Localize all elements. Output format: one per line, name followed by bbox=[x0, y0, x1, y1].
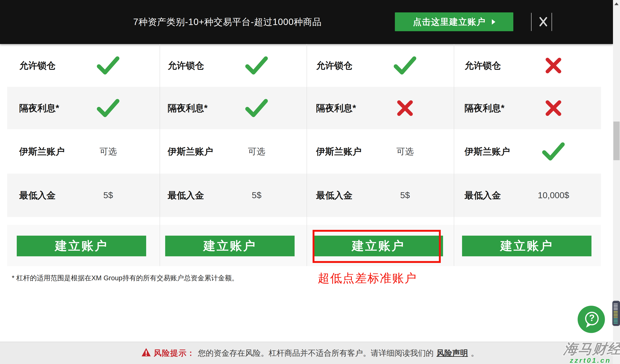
risk-footer: 风险提示： 您的资金存在风险。杠杆商品并不适合所有客户。请详细阅读我们的风险声明… bbox=[0, 342, 620, 364]
row-label: 最低入金 bbox=[465, 189, 501, 201]
row-label: 最低入金 bbox=[168, 189, 204, 201]
risk-warning-label: 风险提示： bbox=[154, 348, 195, 358]
check-icon bbox=[227, 98, 286, 118]
table-cell: 隔夜利息* bbox=[452, 87, 601, 129]
table-cell: 允许锁仓 bbox=[156, 44, 304, 87]
check-icon bbox=[524, 142, 583, 161]
button-slot: 建立账户 bbox=[7, 225, 156, 266]
row-label: 最低入金 bbox=[19, 189, 56, 201]
banner-divider-line bbox=[552, 13, 552, 31]
button-slot: 建立账户 bbox=[304, 225, 452, 266]
promo-banner: 7种资产类别-10+种交易平台-超过1000种商品 点击这里建立账户 bbox=[0, 0, 613, 44]
create-account-button[interactable]: 建立账户 bbox=[17, 236, 146, 256]
button-slot: 建立账户 bbox=[452, 225, 601, 266]
row-label: 允许锁仓 bbox=[168, 59, 204, 72]
table-cell: 隔夜利息* bbox=[304, 87, 452, 129]
table-cell: 隔夜利息* bbox=[7, 87, 156, 129]
cross-icon bbox=[524, 99, 583, 117]
account-table: 允许锁仓允许锁仓允许锁仓允许锁仓隔夜利息*隔夜利息*隔夜利息*隔夜利息*伊斯兰账… bbox=[7, 44, 601, 217]
create-account-button[interactable]: 建立账户 bbox=[314, 236, 443, 256]
risk-text: 您的资金存在风险。杠杆商品并不适合所有客户。请详细阅读我们的 bbox=[198, 348, 434, 358]
row-label: 隔夜利息* bbox=[465, 102, 504, 114]
row-label: 伊斯兰账户 bbox=[168, 145, 213, 157]
row-label: 伊斯兰账户 bbox=[465, 145, 510, 157]
table-row: 隔夜利息*隔夜利息*隔夜利息*隔夜利息* bbox=[7, 87, 601, 129]
cell-value: 5$ bbox=[375, 190, 435, 200]
row-label: 最低入金 bbox=[316, 189, 353, 201]
table-cell: 允许锁仓 bbox=[7, 44, 156, 87]
banner-divider-line bbox=[531, 13, 531, 31]
column-divider bbox=[307, 44, 307, 266]
cell-value: 可选 bbox=[375, 146, 435, 157]
table-cell: 伊斯兰账户可选 bbox=[304, 129, 452, 174]
check-icon bbox=[78, 98, 138, 118]
table-cell: 隔夜利息* bbox=[156, 87, 304, 129]
table-cell: 最低入金5$ bbox=[304, 174, 452, 217]
check-icon bbox=[78, 56, 138, 75]
banner-cta-label: 点击这里建立账户 bbox=[413, 16, 486, 28]
table-row: 允许锁仓允许锁仓允许锁仓允许锁仓 bbox=[7, 44, 601, 87]
handle-stripes-yellow bbox=[614, 311, 618, 318]
row-label: 隔夜利息* bbox=[316, 102, 356, 114]
help-button[interactable]: ? bbox=[577, 305, 605, 333]
column-divider bbox=[454, 44, 454, 266]
table-row: 伊斯兰账户可选伊斯兰账户可选伊斯兰账户可选伊斯兰账户 bbox=[7, 129, 601, 174]
check-icon bbox=[375, 56, 435, 75]
table-row: 最低入金5$最低入金5$最低入金5$最低入金10,000$ bbox=[7, 174, 601, 217]
play-arrow-icon bbox=[492, 19, 495, 25]
cross-icon bbox=[375, 99, 435, 117]
row-label: 隔夜利息* bbox=[168, 102, 208, 114]
scrollbar-thumb[interactable] bbox=[613, 121, 620, 160]
cell-value: 可选 bbox=[78, 146, 138, 157]
buttons-row: 建立账户建立账户建立账户建立账户 bbox=[7, 225, 601, 266]
handle-stripes-teal bbox=[614, 318, 618, 324]
risk-text-end: 。 bbox=[471, 348, 479, 358]
table-cell: 允许锁仓 bbox=[452, 44, 601, 87]
table-cell: 伊斯兰账户 bbox=[452, 129, 601, 174]
warning-icon bbox=[141, 348, 151, 358]
risk-statement-link[interactable]: 风险声明 bbox=[437, 348, 468, 358]
svg-text:?: ? bbox=[589, 313, 595, 323]
scroll-up-arrow-icon[interactable] bbox=[614, 2, 619, 5]
cell-value: 5$ bbox=[78, 190, 138, 200]
handle-stripes-white bbox=[614, 304, 618, 310]
table-cell: 允许锁仓 bbox=[304, 44, 452, 87]
promo-text: 7种资产类别-10+种交易平台-超过1000种商品 bbox=[124, 0, 331, 44]
sidebar-handle[interactable] bbox=[612, 301, 620, 326]
row-label: 伊斯兰账户 bbox=[19, 145, 65, 157]
check-icon bbox=[227, 56, 286, 75]
footnote: * 杠杆的适用范围是根据在XM Group持有的所有交易账户总资金累计金额。 bbox=[12, 273, 238, 283]
row-label: 允许锁仓 bbox=[316, 59, 353, 72]
page: 7种资产类别-10+种交易平台-超过1000种商品 点击这里建立账户 允许锁仓允… bbox=[0, 0, 620, 364]
row-label: 允许锁仓 bbox=[465, 59, 501, 72]
row-label: 伊斯兰账户 bbox=[316, 145, 362, 157]
table-cell: 伊斯兰账户可选 bbox=[156, 129, 304, 174]
create-account-button[interactable]: 建立账户 bbox=[462, 236, 591, 256]
table-cell: 最低入金10,000$ bbox=[452, 174, 601, 217]
table-cell: 最低入金5$ bbox=[7, 174, 156, 217]
cell-value: 10,000$ bbox=[524, 190, 583, 200]
row-label: 允许锁仓 bbox=[19, 59, 56, 72]
cross-icon bbox=[524, 57, 583, 74]
column-divider bbox=[160, 44, 160, 266]
annotation-label: 超低点差标准账户 bbox=[318, 270, 417, 286]
create-account-button[interactable]: 建立账户 bbox=[165, 236, 294, 256]
table-cell: 最低入金5$ bbox=[156, 174, 304, 217]
row-label: 隔夜利息* bbox=[19, 102, 59, 114]
table-cell: 伊斯兰账户可选 bbox=[7, 129, 156, 174]
cell-value: 可选 bbox=[227, 146, 286, 157]
watermark-domain: zzrt01.cn bbox=[570, 356, 611, 364]
button-slot: 建立账户 bbox=[156, 225, 304, 266]
watermark-title: 海马财经 bbox=[562, 340, 620, 358]
banner-cta-button[interactable]: 点击这里建立账户 bbox=[395, 12, 513, 31]
cell-value: 5$ bbox=[227, 190, 286, 200]
close-icon bbox=[539, 16, 548, 28]
question-bubble-icon: ? bbox=[577, 331, 605, 334]
close-button[interactable] bbox=[535, 13, 552, 31]
